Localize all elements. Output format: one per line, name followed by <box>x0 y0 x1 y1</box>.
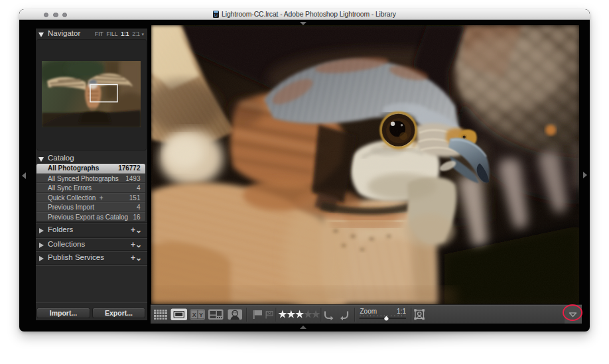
svg-text:1:1: 1:1 <box>397 308 406 315</box>
svg-text:X: X <box>192 312 196 318</box>
svg-text:Zoom: Zoom <box>360 308 377 315</box>
svg-text:Lr: Lr <box>214 13 218 17</box>
svg-text:Y: Y <box>199 312 203 318</box>
